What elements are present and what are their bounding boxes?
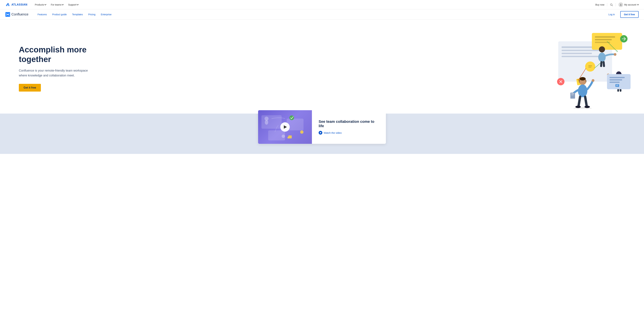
top-nav-for-teams[interactable]: For teams (49, 2, 66, 7)
hero-title: Accomplish more together (19, 45, 90, 64)
get-it-free-nav-button[interactable]: Get it free (620, 11, 638, 18)
svg-rect-45 (616, 85, 618, 85)
svg-rect-44 (616, 84, 619, 87)
top-navigation: ATLASSIAN Products For teams Support Buy… (0, 0, 644, 9)
svg-rect-42 (610, 79, 622, 80)
svg-rect-10 (595, 36, 615, 38)
my-account-label: My account (624, 3, 636, 6)
conf-nav-enterprise[interactable]: Enterprise (98, 12, 114, 17)
play-button[interactable] (280, 122, 290, 132)
svg-point-54 (290, 115, 294, 120)
confluence-navigation: Confluence Features Product guide Templa… (0, 9, 644, 19)
svg-rect-35 (571, 93, 574, 94)
svg-rect-46 (616, 86, 618, 86)
nav-divider-2 (616, 3, 616, 6)
nav-divider (607, 3, 607, 6)
svg-point-2 (620, 4, 621, 4)
svg-rect-15 (588, 65, 592, 66)
svg-rect-41 (610, 77, 625, 78)
confluence-logo-text: Confluence (12, 12, 28, 16)
search-button[interactable] (610, 3, 613, 6)
video-title: See team collaboration come to life (319, 119, 379, 128)
svg-rect-16 (588, 67, 591, 67)
svg-rect-8 (562, 56, 598, 57)
watch-video-link[interactable]: Watch the video (319, 131, 379, 135)
confluence-logo[interactable]: Confluence (6, 12, 28, 17)
svg-rect-36 (571, 95, 574, 95)
account-chevron-icon (637, 3, 639, 5)
atlassian-logo-text: ATLASSIAN (12, 3, 28, 6)
atlassian-logo[interactable]: ATLASSIAN (6, 2, 28, 7)
svg-rect-11 (595, 39, 612, 40)
svg-point-20 (598, 52, 606, 62)
svg-point-32 (578, 84, 587, 97)
watch-play-icon (319, 131, 322, 135)
confluence-logo-icon (6, 12, 10, 17)
svg-point-33 (592, 79, 594, 82)
svg-point-51 (265, 120, 268, 125)
conf-nav-features[interactable]: Features (35, 12, 49, 17)
svg-rect-43 (610, 82, 620, 83)
svg-rect-56 (288, 137, 289, 138)
hero-illustration (542, 24, 634, 108)
svg-point-53 (282, 135, 285, 138)
video-thumbnail[interactable] (258, 110, 312, 144)
get-it-free-hero-button[interactable]: Get it free (19, 84, 41, 92)
buy-now-button[interactable]: Buy now (596, 3, 604, 6)
svg-point-52 (300, 130, 304, 134)
top-nav-support[interactable]: Support (66, 2, 80, 7)
video-section: See team collaboration come to life Watc… (0, 114, 644, 154)
chevron-down-icon (44, 3, 46, 5)
watch-play-triangle-icon (320, 132, 322, 134)
conf-nav-product-guide[interactable]: Product guide (50, 12, 69, 17)
svg-point-21 (614, 53, 616, 56)
avatar (618, 2, 623, 7)
conf-nav-templates[interactable]: Templates (70, 12, 85, 17)
video-text-content: See team collaboration come to life Watc… (312, 114, 386, 140)
play-triangle-icon (284, 125, 287, 129)
hero-section: Accomplish more together Confluence is y… (0, 19, 644, 114)
svg-point-31 (580, 77, 586, 80)
hero-content: Accomplish more together Confluence is y… (6, 45, 90, 92)
atlassian-logo-icon (6, 2, 10, 7)
svg-rect-7 (562, 53, 592, 54)
chevron-down-icon (62, 3, 64, 5)
video-card: See team collaboration come to life Watc… (258, 110, 386, 144)
login-button[interactable]: Log in (606, 12, 618, 17)
svg-rect-5 (562, 46, 595, 48)
svg-rect-6 (562, 50, 602, 51)
hero-subtitle: Confluence is your remote-friendly team … (19, 68, 90, 78)
confluence-nav-right: Log in Get it free (606, 11, 638, 18)
collaboration-illustration (542, 24, 634, 108)
conf-nav-pricing[interactable]: Pricing (86, 12, 98, 17)
svg-point-19 (599, 46, 605, 52)
chevron-down-icon (77, 3, 79, 5)
svg-line-1 (612, 5, 613, 6)
svg-rect-47 (262, 115, 282, 129)
search-icon (610, 3, 613, 6)
top-nav-products[interactable]: Products (33, 2, 48, 7)
confluence-nav-items: Features Product guide Templates Pricing… (35, 12, 114, 17)
watch-video-label: Watch the video (324, 131, 342, 134)
my-account-button[interactable]: My account (618, 2, 638, 7)
